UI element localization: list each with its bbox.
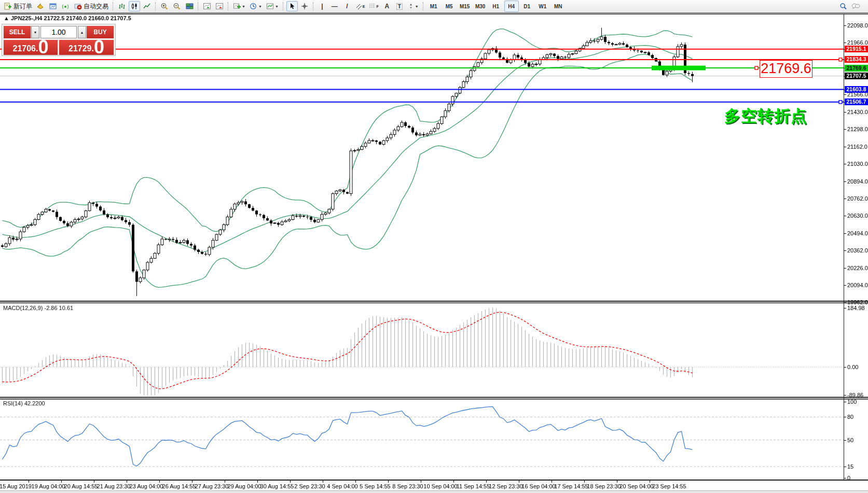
time-axis-label: 4 Sep 04:00 [327, 483, 357, 489]
horizontal-line-icon: — [332, 3, 338, 10]
vertical-line-tool-button[interactable]: | [316, 1, 328, 11]
price-tag: 21834.3 [845, 56, 868, 63]
macd-axis-tick: 0.00 [847, 364, 858, 370]
dropdown-caret-icon: ▼ [242, 5, 245, 8]
autotrade-stop-icon [74, 3, 82, 10]
time-axis-label: 20 Aug 14:55 [64, 483, 98, 489]
sell-price-main: 21706 [13, 43, 36, 54]
macd-axis-tick: -89.86 [847, 392, 863, 398]
label-tool-button[interactable]: T [394, 1, 405, 11]
bar-chart-type-button[interactable] [116, 1, 128, 11]
price-axis-tick: 21030.0 [847, 161, 868, 167]
autoscroll-button[interactable] [201, 1, 213, 11]
crosshair-tool-button[interactable] [299, 1, 310, 11]
price-axis-tick: 21162.0 [847, 144, 867, 150]
line-chart-type-button[interactable] [141, 1, 153, 11]
candlestick-icon [131, 3, 138, 10]
zoom-in-button[interactable] [159, 1, 170, 11]
time-axis-label: 26 Aug 14:55 [162, 483, 196, 489]
time-axis-label: 15 Aug 2019 [0, 483, 32, 489]
chat-button[interactable] [850, 1, 862, 11]
rsi-axis-tick: 50 [847, 437, 853, 443]
template-icon [266, 3, 274, 10]
channel-tool-button[interactable]: E [354, 1, 367, 11]
timeframe-button-w1[interactable]: W1 [535, 1, 550, 12]
arrows-icon [408, 3, 414, 9]
dropdown-caret-icon: ▼ [258, 5, 262, 8]
macd-axis-tick: 184.98 [847, 305, 865, 311]
arrows-tool-button[interactable]: ▼ [406, 1, 420, 11]
time-axis-label: 10 Sep 04:00 [423, 483, 457, 489]
caret-up-icon: ▲ [80, 31, 84, 34]
autotrade-button[interactable]: 自动交易 [72, 1, 110, 11]
time-axis-label: 17 Sep 14:55 [554, 483, 588, 489]
macd-indicator-label: MACD(12,26,9) -2.86 10.61 [3, 305, 73, 311]
price-tag: 21506.7 [845, 98, 868, 105]
time-axis-label: 12 Sep 23:30 [489, 483, 522, 489]
price-tag: 21603.8 [845, 86, 868, 93]
time-axis-label: 30 Aug 14:55 [260, 483, 294, 489]
toolbar-separator [198, 2, 199, 10]
signals-button[interactable] [60, 1, 71, 11]
autoscroll-icon [203, 3, 211, 10]
time-axis-label: 23 Sep 14:55 [652, 483, 686, 489]
fibonacci-tool-button[interactable]: F [367, 1, 380, 11]
toolbar-separator [283, 2, 284, 10]
quotes-button[interactable] [35, 1, 46, 11]
autotrade-label: 自动交易 [84, 2, 108, 11]
time-axis-label: 21 Aug 23:30 [97, 483, 131, 489]
dropdown-caret-icon: ▼ [415, 5, 419, 8]
zoom-out-icon [173, 3, 181, 10]
price-axis-tick: 20226.0 [847, 265, 868, 271]
channel-icon [355, 3, 363, 10]
buy-price[interactable]: 21729.0 [59, 40, 114, 55]
bar-chart-icon [118, 3, 126, 10]
chart-canvas[interactable] [0, 0, 868, 493]
timeframe-button-m1[interactable]: M1 [426, 1, 441, 12]
price-axis-tick: 20494.0 [847, 230, 868, 236]
search-button[interactable] [837, 1, 849, 11]
text-tool-button[interactable]: A [381, 1, 393, 11]
timeframe-button-h1[interactable]: H1 [489, 1, 503, 12]
timeframe-button-mn[interactable]: MN [551, 1, 566, 12]
price-axis-tick: 20762.0 [847, 195, 868, 202]
turning-point-annotation[interactable]: 多空转折点 [724, 105, 807, 127]
candlestick-chart-type-button[interactable] [129, 1, 140, 11]
timeframe-group: M1M5M15M30H1H4D1W1MN [426, 1, 566, 12]
price-annotation-value: 21769.6 [761, 61, 811, 76]
buy-price-main: 21729 [68, 43, 92, 54]
price-axis-tick: 21966.0 [847, 39, 868, 46]
volume-increase-button[interactable]: ▲ [78, 26, 86, 38]
price-tag: 21915.1 [845, 46, 868, 52]
rsi-indicator-label: RSI(14) 42.2200 [3, 400, 45, 406]
chart-shift-button[interactable] [214, 1, 225, 11]
timeframe-button-m5[interactable]: M5 [442, 1, 457, 12]
indicators-button[interactable]: ▼ [231, 1, 247, 11]
indicators-plus-icon [233, 3, 241, 10]
time-axis-label: 16 Sep 04:00 [521, 483, 555, 489]
sell-price[interactable]: 21706.0 [4, 40, 58, 55]
timeframe-button-h4[interactable]: H4 [504, 1, 519, 12]
templates-button[interactable]: ▼ [265, 1, 280, 11]
trendline-icon: / [346, 3, 348, 10]
zoom-out-button[interactable] [171, 1, 183, 11]
dropdown-caret-icon: ▼ [275, 5, 279, 8]
charts-window-button[interactable] [47, 1, 59, 11]
timeframe-button-m30[interactable]: M30 [473, 1, 488, 12]
tile-windows-button[interactable] [184, 1, 195, 11]
sell-button[interactable]: SELL [4, 26, 31, 38]
price-annotation-box[interactable]: 21769.6 [760, 60, 812, 78]
cursor-tool-button[interactable] [286, 1, 298, 11]
timeframe-button-m15[interactable]: M15 [458, 1, 472, 12]
tile-windows-icon [186, 3, 194, 10]
periods-button[interactable]: ▼ [248, 1, 264, 11]
rsi-axis-tick: 15 [847, 463, 853, 470]
timeframe-button-d1[interactable]: D1 [520, 1, 534, 12]
horizontal-line-tool-button[interactable]: — [329, 1, 340, 11]
buy-label: BUY [93, 29, 106, 36]
price-tag: 21769.6 [845, 65, 868, 72]
trendline-tool-button[interactable]: / [341, 1, 353, 11]
clock-icon [250, 3, 257, 10]
new-order-button[interactable]: 新订单 [3, 1, 34, 11]
vertical-line-icon: | [321, 3, 323, 10]
